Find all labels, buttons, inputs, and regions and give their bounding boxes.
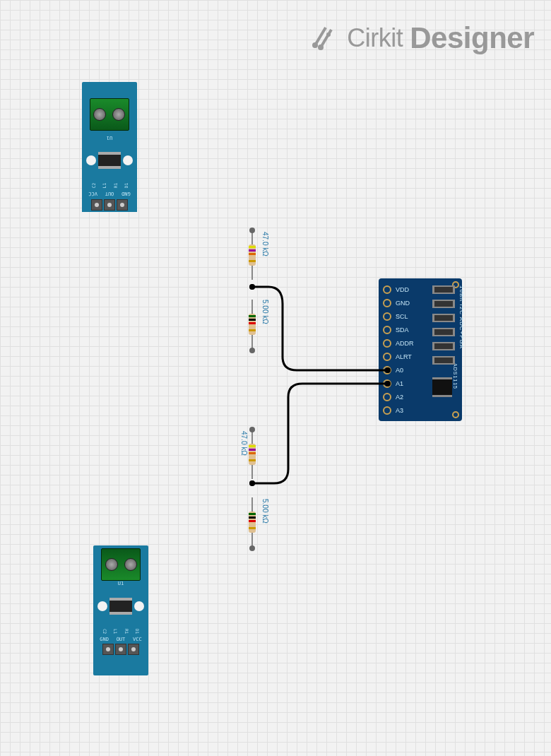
svg-point-1 (318, 45, 324, 50)
acs-chip-label: U1 (82, 135, 137, 141)
ads-ic-chip (432, 377, 452, 397)
resistor-r3-label: 47.0 kΩ (240, 431, 248, 456)
ads-pin-a1[interactable] (383, 379, 391, 388)
ads1115-module[interactable]: 16Bit I2C ADC+PGA ADS1115 VDD GND SCL SD… (379, 278, 462, 421)
watermark-brand: Cirkit (347, 23, 403, 53)
acs-chip-label: U1 (93, 581, 148, 586)
watermark-product: Designer (410, 21, 534, 55)
ads-pin-gnd[interactable] (383, 299, 391, 307)
cirkit-logo-icon (312, 24, 340, 52)
wire-node (249, 228, 255, 233)
ads-part-number: ADS1115 (453, 363, 458, 389)
ads-pin-a3[interactable] (383, 406, 391, 415)
watermark: Cirkit Designer (312, 21, 534, 55)
ads-pin-a2[interactable] (383, 393, 391, 401)
ads-pin-addr[interactable] (383, 339, 391, 348)
acs-header-pins (93, 642, 148, 658)
wire-node (249, 480, 255, 486)
acs-terminal-block (90, 98, 129, 131)
acs-pin-labels: GND OUT VCC (93, 637, 148, 642)
acs-component-labels: D1 R1 L1 C2 (82, 180, 137, 191)
resistor-r4-label: 5.00 kΩ (261, 499, 269, 524)
ads-pin-a0[interactable] (383, 366, 391, 374)
resistor-r4-5k[interactable] (249, 497, 256, 547)
acs-pin-labels: GND OUT VCC (82, 191, 137, 196)
svg-point-0 (312, 42, 318, 48)
ads-pin-scl[interactable] (383, 312, 391, 321)
wire-node (249, 348, 255, 353)
acs-terminal-block (101, 548, 141, 581)
wire-node (249, 427, 255, 432)
resistor-r1-47k[interactable] (249, 230, 256, 280)
wire-node (249, 284, 255, 290)
svg-point-2 (326, 33, 331, 37)
ads-pin-vdd[interactable] (383, 285, 391, 294)
acs-ic-chip (98, 152, 121, 169)
resistor-r2-5k[interactable] (249, 300, 256, 349)
resistor-r1-label: 47.0 kΩ (261, 232, 269, 256)
acs712-module-top[interactable]: GND OUT VCC D1 R1 L1 C2 U1 (82, 82, 137, 212)
acs-component-labels: C2 L1 R1 D1 (93, 626, 148, 637)
resistor-r2-label: 5.00 kΩ (261, 300, 269, 324)
ads-description: 16Bit I2C ADC+PGA (458, 285, 465, 349)
ads-pin-alrt[interactable] (383, 353, 391, 361)
acs-ic-chip (109, 598, 132, 615)
acs-header-pins (82, 196, 137, 212)
circuit-canvas[interactable]: Cirkit Designer GND OUT VCC D1 R1 L1 C2 … (0, 0, 551, 756)
resistor-r3-47k[interactable] (249, 430, 256, 479)
acs712-module-bottom[interactable]: U1 C2 L1 R1 D1 GND OUT VCC (93, 545, 148, 675)
ads-pin-sda[interactable] (383, 326, 391, 334)
wire-node (249, 545, 255, 551)
